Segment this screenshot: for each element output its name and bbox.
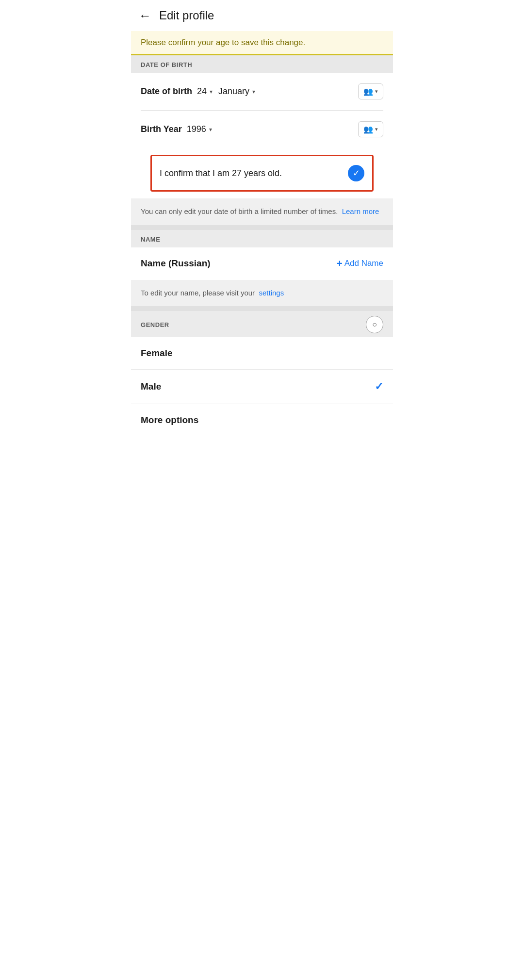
- confirm-age-banner: Please confirm your age to save this cha…: [131, 31, 393, 55]
- gender-section-header: GENDER ○: [131, 311, 393, 337]
- birth-year-field-label: Birth Year: [141, 124, 182, 134]
- birth-year-privacy-button[interactable]: 👥 ▾: [358, 121, 383, 137]
- gender-female-label: Female: [141, 348, 383, 359]
- add-name-plus-icon: +: [337, 258, 343, 269]
- gender-edit-circle-icon: ○: [372, 320, 377, 329]
- birth-year-dropdown-icon[interactable]: ▾: [209, 126, 212, 133]
- name-note: To edit your name, please visit your set…: [131, 280, 393, 307]
- dob-day-value[interactable]: 24: [197, 86, 207, 97]
- birth-year-privacy-dropdown-icon: ▾: [375, 126, 378, 132]
- dob-month-value[interactable]: January: [218, 86, 249, 97]
- dob-row: Date of birth 24 ▾ January ▾ 👥 ▾: [141, 73, 383, 111]
- dob-privacy-button[interactable]: 👥 ▾: [358, 83, 383, 99]
- gender-more-options-label: More options: [141, 415, 198, 425]
- section-divider-1: [131, 225, 393, 230]
- dob-privacy-icon: 👥: [363, 87, 373, 96]
- gender-options: Female Male ✓ More options: [131, 337, 393, 436]
- confirm-age-text: I confirm that I am 27 years old.: [160, 168, 342, 179]
- gender-option-male[interactable]: Male ✓: [131, 370, 393, 404]
- name-note-text: To edit your name, please visit your set…: [141, 289, 284, 297]
- header: ← Edit profile: [131, 0, 393, 31]
- dob-privacy-dropdown-icon: ▾: [375, 88, 378, 95]
- gender-male-check-icon: ✓: [375, 380, 383, 393]
- dob-day-dropdown-icon[interactable]: ▾: [210, 88, 213, 95]
- name-note-text-main: To edit your name, please visit your: [141, 289, 255, 297]
- gender-male-label: Male: [141, 381, 375, 392]
- gender-section-label: GENDER: [141, 321, 366, 328]
- back-button[interactable]: ←: [139, 9, 151, 22]
- dob-month-dropdown-icon[interactable]: ▾: [252, 88, 255, 95]
- birth-year-row: Birth Year 1996 ▾ 👥 ▾: [141, 111, 383, 148]
- dob-section-content: Date of birth 24 ▾ January ▾ 👥 ▾ Birth Y…: [131, 73, 393, 148]
- confirm-age-box[interactable]: I confirm that I am 27 years old. ✓: [150, 155, 374, 192]
- name-section-header: NAME: [131, 230, 393, 247]
- gender-option-female[interactable]: Female: [131, 337, 393, 370]
- dob-field-label: Date of birth: [141, 86, 192, 97]
- confirm-banner-text: Please confirm your age to save this cha…: [141, 38, 305, 47]
- name-field-label: Name (Russian): [141, 258, 337, 269]
- dob-section-label: DATE OF BIRTH: [141, 61, 192, 68]
- name-section-label: NAME: [141, 236, 160, 243]
- birth-year-privacy-icon: 👥: [363, 125, 373, 134]
- birth-year-value-group: 1996 ▾: [187, 124, 358, 134]
- name-row: Name (Russian) + Add Name: [131, 247, 393, 280]
- birth-year-value[interactable]: 1996: [187, 124, 206, 134]
- edit-limit-note: You can only edit your date of birth a l…: [131, 198, 393, 225]
- section-divider-2: [131, 306, 393, 311]
- dob-value-group: 24 ▾ January ▾: [197, 86, 358, 97]
- page-title: Edit profile: [159, 9, 214, 22]
- edit-limit-text-main: You can only edit your date of birth a l…: [141, 207, 338, 215]
- dob-section-header: DATE OF BIRTH: [131, 55, 393, 73]
- name-settings-link[interactable]: settings: [259, 289, 284, 297]
- gender-edit-button[interactable]: ○: [366, 316, 383, 333]
- add-name-label: Add Name: [344, 259, 383, 268]
- edit-limit-text: You can only edit your date of birth a l…: [141, 207, 379, 215]
- learn-more-link[interactable]: Learn more: [342, 207, 379, 215]
- checkmark-icon: ✓: [353, 168, 360, 179]
- add-name-button[interactable]: + Add Name: [337, 258, 383, 269]
- gender-option-more[interactable]: More options: [131, 404, 393, 436]
- confirm-age-check-icon[interactable]: ✓: [348, 165, 364, 181]
